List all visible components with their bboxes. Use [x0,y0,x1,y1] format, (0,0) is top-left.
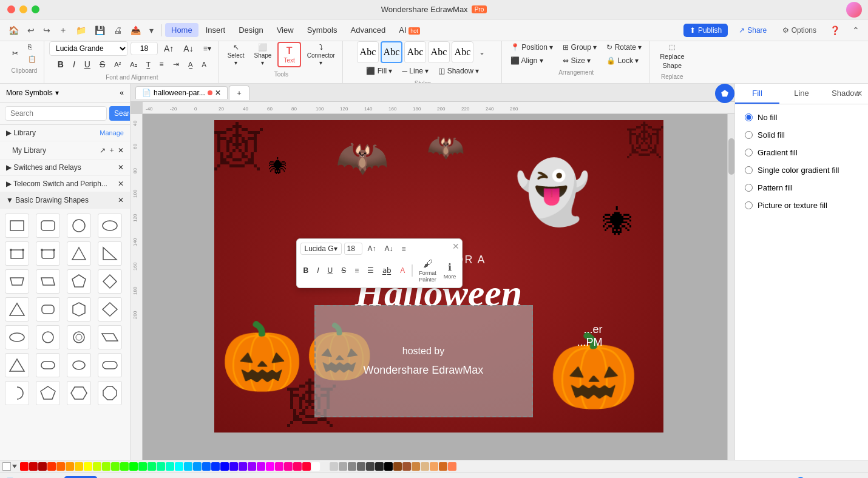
tt-strike[interactable]: S [338,265,349,276]
line-btn[interactable]: ─ Line ▾ [398,65,432,77]
tt-text-color[interactable]: A [397,265,408,276]
style-swatch-2[interactable]: Abc [381,41,402,63]
add-tab-btn[interactable]: ＋ [229,86,249,100]
tt-list-ordered[interactable]: ≡ [351,265,362,276]
window-controls[interactable] [7,5,39,13]
shape-hex2[interactable] [67,381,91,405]
color-swatch[interactable] [266,462,274,471]
cut-btn[interactable]: ✂ [8,47,22,59]
tt-align[interactable]: ≡ [399,243,409,254]
more-btn[interactable]: ▾ [146,23,157,38]
avatar[interactable] [846,2,862,18]
fill-radio-none[interactable] [745,113,753,121]
color-swatch[interactable] [147,462,156,471]
fill-radio-pattern[interactable] [745,184,753,192]
color-swatch[interactable] [384,462,393,471]
color-swatch[interactable] [138,462,147,471]
connector-btn[interactable]: ⤵ Connector ▾ [303,41,339,68]
menu-insert[interactable]: Insert [200,23,232,37]
halloween-poster[interactable]: 🕸 🕸 🕸 🦇 🦇 🕷 🕷 👻 🎃 [214,120,663,433]
search-btn[interactable]: Search [109,106,131,121]
color-swatch[interactable] [393,462,402,471]
shape-pentagon[interactable] [67,269,91,294]
color-swatch[interactable] [293,462,302,471]
size-btn[interactable]: ⇔ Size ▾ [559,55,600,67]
text-btn[interactable]: T Text [277,42,300,67]
color-swatch[interactable] [248,462,256,471]
save-btn[interactable]: 💾 [91,23,109,38]
close-icon[interactable]: ✕ [118,146,124,155]
tt-bold[interactable]: B [300,265,312,276]
my-library-section[interactable]: My Library ↗ ＋ ✕ [0,141,130,160]
shape-parallelogram2[interactable] [98,325,122,349]
tt-font-decrease[interactable]: A↓ [382,243,396,254]
color-swatch[interactable] [84,462,92,471]
shape-trapezoid[interactable] [5,269,29,294]
color-swatch[interactable] [412,462,420,471]
select-btn[interactable]: ↖ Select ▾ [224,41,248,68]
color-swatch[interactable] [357,462,365,471]
indent-btn[interactable]: ⇥ [169,58,183,70]
menu-design[interactable]: Design [232,23,269,37]
fill-option-gradient[interactable]: Gradient fill [740,144,863,161]
color-swatch[interactable] [56,462,65,471]
menu-ai[interactable]: AI hot [393,23,426,37]
list-btn[interactable]: ≡ [156,58,168,70]
tt-format-painter[interactable]: 🖌 Format Painter [416,257,439,284]
color-swatch[interactable] [257,462,265,471]
color-swatch[interactable] [202,462,211,471]
fill-option-pattern[interactable]: Pattern fill [740,180,863,196]
shape-rect-rounded2[interactable] [36,241,60,266]
undo-btn[interactable]: ↩ [24,23,38,38]
color-swatch[interactable] [402,462,411,471]
fill-option-picture[interactable]: Picture or texture fill [740,197,863,214]
scrollbar-thumb-v[interactable] [728,138,734,175]
text-toolbar-close[interactable]: ✕ [452,241,459,251]
tt-underline2[interactable]: a̲b̲ [379,265,395,276]
color-swatch[interactable] [439,462,447,471]
color-swatch[interactable] [421,462,429,471]
style-swatch-3[interactable]: Abc [404,41,426,63]
shape-circle3[interactable] [67,325,91,349]
color-swatch[interactable] [75,462,83,471]
minimize-window-btn[interactable] [19,5,27,13]
bold-btn[interactable]: B [54,58,67,71]
switches-close-icon[interactable]: ✕ [118,163,124,172]
shape-stadium[interactable] [98,353,122,377]
rotate-btn[interactable]: ↻ Rotate ▾ [603,41,645,53]
color-swatch[interactable] [311,462,320,471]
telecom-close-icon[interactable]: ✕ [118,180,124,188]
open-btn[interactable]: 📁 [72,23,90,38]
page-tab-1[interactable]: Page-1 [64,476,98,479]
shape-crescent[interactable] [5,381,29,405]
color-swatch[interactable] [38,462,47,471]
shape-oval-h[interactable] [5,325,29,349]
color-swatch[interactable] [211,462,220,471]
tt-more[interactable]: ℹ More [441,260,459,281]
options-btn[interactable]: ⚙ Options [778,24,821,37]
superscript-btn[interactable]: A² [110,59,124,70]
text-color-bg-btn[interactable]: A̲ [185,59,197,70]
color-swatch[interactable] [448,462,456,471]
align-btn[interactable]: ⬛ Align ▾ [507,55,557,67]
switches-section[interactable]: ▶ Switches and Relays ✕ [0,160,130,176]
fill-option-single-gradient[interactable]: Single color gradient fill [740,162,863,178]
tt-font-increase[interactable]: A↑ [365,243,379,254]
shape-octagon[interactable] [98,381,122,405]
tt-italic[interactable]: I [314,265,322,276]
basic-shapes-section[interactable]: ▼ Basic Drawing Shapes ✕ [0,192,130,209]
style-swatch-5[interactable]: Abc [452,41,473,63]
tt-underline[interactable]: U [325,265,336,276]
color-swatch[interactable] [366,462,375,471]
replace-shape-btn[interactable]: ⬚ Replace Shape [656,41,688,71]
canvas-scroll-area[interactable]: 🕸 🕸 🕸 🦇 🦇 🕷 🕷 👻 🎃 [143,114,734,460]
redo-btn[interactable]: ↪ [39,23,54,38]
color-swatch[interactable] [157,462,165,471]
search-input[interactable] [5,106,107,121]
color-swatch[interactable] [166,462,174,471]
shape-right-triangle[interactable] [98,241,122,266]
tt-list-unordered[interactable]: ☰ [364,265,377,276]
underline-btn[interactable]: U [81,58,94,71]
shape-rect-rounded3[interactable] [36,297,60,321]
menu-symbols[interactable]: Symbols [301,23,344,37]
